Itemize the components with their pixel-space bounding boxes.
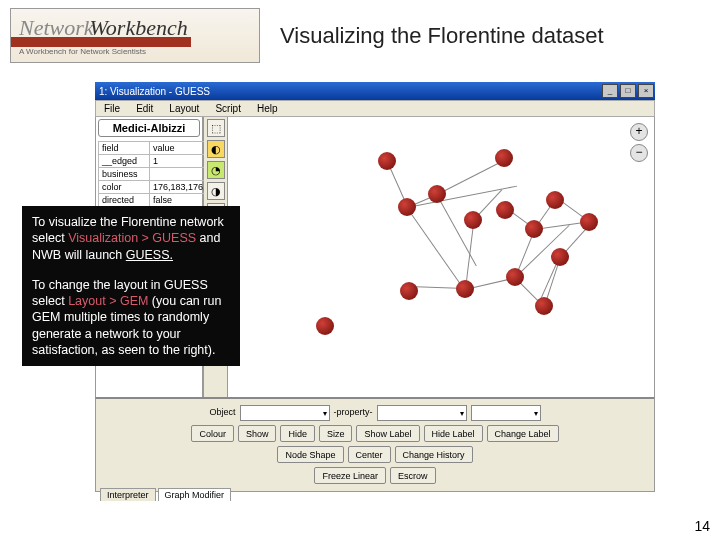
zoom-out-button[interactable]: − (630, 144, 648, 162)
graph-node[interactable] (464, 211, 482, 229)
graph-node[interactable] (428, 185, 446, 203)
tool-icon-4[interactable]: ◑ (207, 182, 225, 200)
graph-node[interactable] (378, 152, 396, 170)
close-button[interactable]: × (638, 84, 654, 98)
colour-button[interactable]: Colour (191, 425, 234, 442)
nwb-logo: NetworkWorkbench A Workbench for Network… (10, 8, 260, 63)
menu-path-link: Visualization > GUESS (68, 231, 196, 245)
freeze-linear-button[interactable]: Freeze Linear (314, 467, 386, 484)
tool-select-icon[interactable]: ⬚ (207, 119, 225, 137)
graph-node[interactable] (546, 191, 564, 209)
window-title: 1: Visualization - GUESS (99, 86, 210, 97)
logo-subtitle: A Workbench for Network Scientists (19, 47, 146, 56)
property-label: -property- (334, 405, 373, 421)
tool-icon-2[interactable]: ◐ (207, 140, 225, 158)
maximize-button[interactable]: □ (620, 84, 636, 98)
show-button[interactable]: Show (238, 425, 277, 442)
object-label: Object (209, 405, 235, 421)
value-select[interactable] (471, 405, 541, 421)
tool-icon-3[interactable]: ◔ (207, 161, 225, 179)
graph-node[interactable] (525, 220, 543, 238)
properties-header: Medici-Albizzi (98, 119, 200, 137)
graph-canvas[interactable]: + − (228, 117, 654, 397)
controls-panel: Object -property- Colour Show Hide Size … (95, 397, 655, 492)
graph-node[interactable] (456, 280, 474, 298)
instruction-box: To visualize the Florentine network sele… (22, 206, 240, 366)
size-button[interactable]: Size (319, 425, 353, 442)
menu-file[interactable]: File (96, 101, 128, 116)
graph-node[interactable] (535, 297, 553, 315)
minimize-button[interactable]: _ (602, 84, 618, 98)
hide-button[interactable]: Hide (280, 425, 315, 442)
change-label-button[interactable]: Change Label (487, 425, 559, 442)
zoom-in-button[interactable]: + (630, 123, 648, 141)
graph-node[interactable] (400, 282, 418, 300)
tab-graph-modifier[interactable]: Graph Modifier (158, 488, 232, 501)
instr-text: GUESS. (126, 248, 173, 262)
property-select[interactable] (377, 405, 467, 421)
graph-node[interactable] (316, 317, 334, 335)
graph-node[interactable] (580, 213, 598, 231)
menu-bar: File Edit Layout Script Help (95, 100, 655, 117)
window-titlebar[interactable]: 1: Visualization - GUESS _ □ × (95, 82, 655, 100)
hide-label-button[interactable]: Hide Label (424, 425, 483, 442)
slide-title: Visualizing the Florentine dataset (260, 23, 710, 49)
graph-node[interactable] (496, 201, 514, 219)
menu-script[interactable]: Script (207, 101, 249, 116)
center-button[interactable]: Center (348, 446, 391, 463)
menu-help[interactable]: Help (249, 101, 286, 116)
object-select[interactable] (240, 405, 330, 421)
menu-edit[interactable]: Edit (128, 101, 161, 116)
graph-node[interactable] (506, 268, 524, 286)
graph-node[interactable] (495, 149, 513, 167)
tab-interpreter[interactable]: Interpreter (100, 488, 156, 501)
escrow-button[interactable]: Escrow (390, 467, 436, 484)
menu-layout[interactable]: Layout (161, 101, 207, 116)
change-history-button[interactable]: Change History (395, 446, 473, 463)
show-label-button[interactable]: Show Label (356, 425, 419, 442)
graph-node[interactable] (398, 198, 416, 216)
graph-node[interactable] (551, 248, 569, 266)
menu-path-link: Layout > GEM (68, 294, 148, 308)
page-number: 14 (694, 518, 710, 534)
node-shape-button[interactable]: Node Shape (277, 446, 343, 463)
